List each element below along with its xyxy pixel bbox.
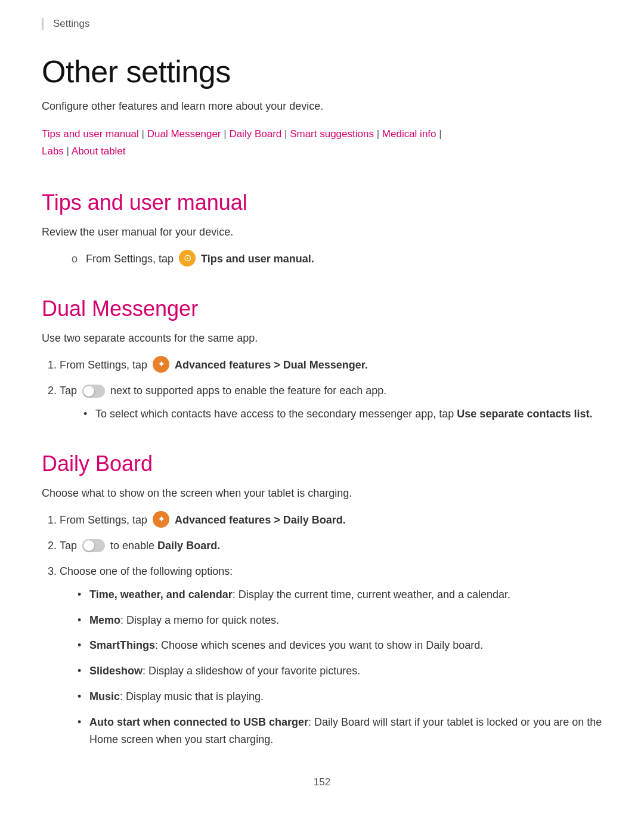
page-title: Other settings <box>42 54 602 89</box>
dual-step-1: From Settings, tap ✦ Advanced features >… <box>60 357 602 374</box>
tips-step-1: From Settings, tap ⊙ Tips and user manua… <box>72 250 602 268</box>
dual-sub-1: To select which contacts have access to … <box>83 405 602 423</box>
dual-sub-bullets: To select which contacts have access to … <box>83 405 602 423</box>
toc-link-smart[interactable]: Smart suggestions <box>290 128 374 140</box>
daily-option-1: Time, weather, and calendar: Display the… <box>78 586 602 603</box>
dual-messenger-title: Dual Messenger <box>42 296 602 321</box>
dual-messenger-steps: From Settings, tap ✦ Advanced features >… <box>60 357 602 423</box>
advanced-features-icon-1: ✦ <box>153 356 169 373</box>
tips-steps: From Settings, tap ⊙ Tips and user manua… <box>72 250 602 268</box>
dual-step-2: Tap next to supported apps to enable the… <box>60 382 602 423</box>
daily-option-4: Slideshow: Display a slideshow of your f… <box>78 662 602 680</box>
daily-step-3: Choose one of the following options: Tim… <box>60 563 602 748</box>
page-subtitle: Configure other features and learn more … <box>42 100 602 113</box>
daily-option-3: SmartThings: Choose which scenes and dev… <box>78 637 602 654</box>
daily-board-title: Daily Board <box>42 451 602 476</box>
daily-board-options: Time, weather, and calendar: Display the… <box>78 586 602 748</box>
page-footer: 152 <box>42 776 602 788</box>
daily-step-1: From Settings, tap ✦ Advanced features >… <box>60 512 602 529</box>
toc-link-tips[interactable]: Tips and user manual <box>42 128 139 140</box>
section-tips: Tips and user manual Review the user man… <box>42 190 602 268</box>
toc-links: Tips and user manual | Dual Messenger | … <box>42 126 602 160</box>
daily-option-6: Auto start when connected to USB charger… <box>78 714 602 748</box>
toggle-icon-2 <box>82 539 105 552</box>
tips-desc: Review the user manual for your device. <box>42 226 602 239</box>
toc-link-daily[interactable]: Daily Board <box>229 128 281 140</box>
tips-title: Tips and user manual <box>42 190 602 215</box>
toggle-icon-1 <box>82 385 105 398</box>
daily-step-2: Tap to enable Daily Board. <box>60 537 602 555</box>
tips-icon: ⊙ <box>179 250 196 267</box>
daily-board-steps: From Settings, tap ✦ Advanced features >… <box>60 512 602 748</box>
daily-board-desc: Choose what to show on the screen when y… <box>42 487 602 500</box>
toc-link-medical[interactable]: Medical info <box>382 128 436 140</box>
toc-link-dual[interactable]: Dual Messenger <box>147 128 221 140</box>
advanced-features-icon-2: ✦ <box>153 511 169 528</box>
breadcrumb: Settings <box>42 18 602 30</box>
page-number: 152 <box>314 776 330 788</box>
daily-option-5: Music: Display music that is playing. <box>78 688 602 705</box>
daily-option-2: Memo: Display a memo for quick notes. <box>78 612 602 629</box>
toc-link-about[interactable]: About tablet <box>72 145 126 157</box>
section-daily-board: Daily Board Choose what to show on the s… <box>42 451 602 748</box>
toc-link-labs[interactable]: Labs <box>42 145 64 157</box>
section-dual-messenger: Dual Messenger Use two separate accounts… <box>42 296 602 423</box>
dual-messenger-desc: Use two separate accounts for the same a… <box>42 332 602 345</box>
